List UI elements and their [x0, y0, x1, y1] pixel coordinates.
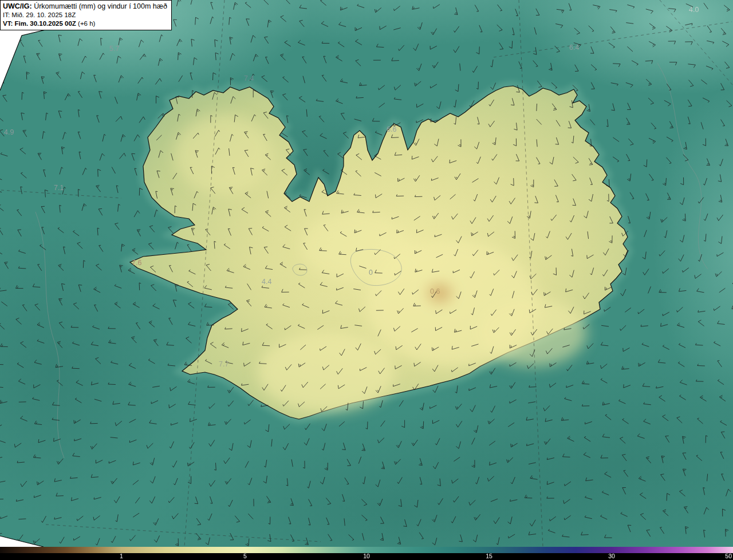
colorbar-tick-label: 50 — [725, 553, 732, 559]
map-value-label: 5.7 — [109, 45, 119, 53]
map-value-label: 7.4 — [244, 74, 254, 82]
map-value-label: 0.6 — [430, 287, 440, 295]
map-value-label: 4.9 — [4, 128, 14, 136]
product-title-line: UWC/IG: Úrkomumætti (mm) og vindur í 100… — [3, 2, 167, 11]
colorbar-tick-label: 30 — [608, 553, 615, 559]
weather-map-app: 4.05.77.46.46.64.97.17.64.400.67.7 UWC/I… — [0, 0, 733, 560]
map-value-label: 6.6 — [387, 125, 396, 133]
colorbar-tick-label: 1 — [120, 553, 123, 559]
product-name: Úrkomumætti (mm) og vindur í 100m hæð — [32, 2, 167, 10]
map-value-label: 4.4 — [262, 278, 271, 286]
init-time-line: IT: Mið. 29. 10. 2025 18Z — [3, 11, 167, 19]
colorbar-tick-label: 5 — [243, 553, 247, 559]
map-value-label: 7.7 — [219, 360, 228, 368]
map-value-label: 0 — [369, 269, 373, 277]
map-value-label: 4.0 — [689, 6, 699, 14]
colorbar-tick-label: 10 — [363, 553, 370, 559]
valid-time: VT: Fim. 30.10.2025 00Z — [3, 20, 76, 27]
valid-time-line: VT: Fim. 30.10.2025 00Z (+6 h) — [3, 19, 167, 28]
colorbar-tick-label: 15 — [486, 553, 492, 559]
colorbar: 1510153050 — [0, 547, 733, 560]
map-value-label: 7.1 — [54, 184, 64, 192]
title-box: UWC/IG: Úrkomumætti (mm) og vindur í 100… — [0, 0, 172, 30]
map-value-label: 6.4 — [569, 44, 579, 52]
model-name: UWC/IG: — [3, 2, 32, 10]
lead-time: (+6 h) — [76, 20, 96, 27]
map-value-label: 7.6 — [132, 259, 141, 267]
weather-map: 4.05.77.46.46.64.97.17.64.400.67.7 — [0, 0, 733, 547]
